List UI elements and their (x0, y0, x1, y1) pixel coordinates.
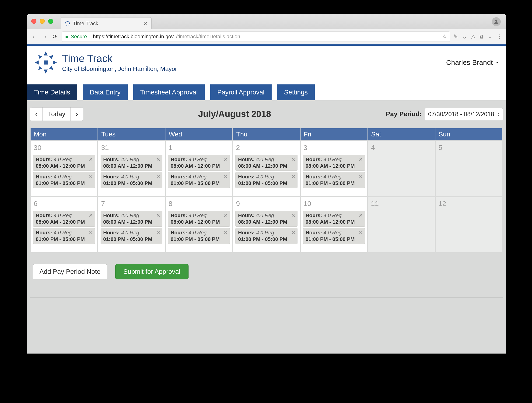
delete-entry-icon[interactable]: ✕ (291, 174, 295, 180)
calendar-day[interactable]: 31Hours: 4.0 Reg08:00 AM - 12:00 PM✕Hour… (98, 141, 165, 197)
hours-value: 4.0 Reg (189, 174, 207, 180)
time-range: 08:00 AM - 12:00 PM (103, 163, 160, 169)
hours-value: 4.0 Reg (256, 213, 274, 218)
nav-tab-settings[interactable]: Settings (277, 84, 315, 100)
calendar-day[interactable]: 11 (368, 197, 435, 253)
prev-period-button[interactable]: ‹ (30, 107, 43, 120)
close-window-icon[interactable] (31, 19, 36, 24)
bookmark-star-icon[interactable]: ☆ (442, 34, 447, 40)
add-note-button[interactable]: Add Pay Period Note (33, 264, 107, 279)
extension-icon[interactable]: ✎ (453, 33, 458, 40)
delete-entry-icon[interactable]: ✕ (89, 157, 93, 163)
forward-icon: → (41, 33, 48, 40)
lock-icon: Secure (65, 34, 87, 40)
time-entry[interactable]: Hours: 4.0 Reg01:00 PM - 05:00 PM✕ (168, 228, 230, 244)
time-entry[interactable]: Hours: 4.0 Reg08:00 AM - 12:00 PM✕ (235, 211, 297, 227)
calendar-day[interactable]: 5 (435, 141, 503, 197)
svg-marker-5 (53, 60, 57, 64)
time-entry[interactable]: Hours: 4.0 Reg08:00 AM - 12:00 PM✕ (33, 155, 95, 171)
delete-entry-icon[interactable]: ✕ (291, 230, 295, 236)
profile-icon[interactable] (492, 17, 501, 26)
time-entry[interactable]: Hours: 4.0 Reg08:00 AM - 12:00 PM✕ (101, 211, 162, 227)
calendar-grid: MonTuesWedThuFriSatSun 30Hours: 4.0 Reg0… (30, 128, 503, 253)
calendar-day[interactable]: 8Hours: 4.0 Reg08:00 AM - 12:00 PM✕Hours… (165, 197, 233, 253)
delete-entry-icon[interactable]: ✕ (156, 157, 160, 163)
back-icon[interactable]: ← (31, 33, 38, 40)
next-period-button[interactable]: › (71, 107, 83, 120)
time-entry[interactable]: Hours: 4.0 Reg01:00 PM - 05:00 PM✕ (235, 228, 297, 244)
user-menu[interactable]: Charles Brandt (446, 58, 500, 66)
hours-value: 4.0 Reg (121, 230, 139, 236)
minimize-window-icon[interactable] (40, 19, 45, 24)
maximize-window-icon[interactable] (48, 19, 53, 24)
delete-entry-icon[interactable]: ✕ (89, 174, 93, 180)
svg-marker-9 (49, 66, 53, 70)
time-entry[interactable]: Hours: 4.0 Reg08:00 AM - 12:00 PM✕ (168, 211, 230, 227)
browser-window: Time Track ✕ ← → ⟳ Secure | https://time… (27, 14, 506, 353)
calendar-day[interactable]: 6Hours: 4.0 Reg08:00 AM - 12:00 PM✕Hours… (30, 197, 98, 253)
time-entry[interactable]: Hours: 4.0 Reg08:00 AM - 12:00 PM✕ (101, 155, 162, 171)
delete-entry-icon[interactable]: ✕ (223, 213, 228, 219)
calendar-day[interactable]: 12 (435, 197, 503, 253)
delete-entry-icon[interactable]: ✕ (359, 230, 363, 236)
pay-period-select[interactable]: 07/30/2018 - 08/12/2018 ▴▾ (425, 108, 503, 120)
address-bar[interactable]: Secure | https://timetrack.bloomington.i… (62, 31, 450, 42)
day-number: 5 (437, 143, 500, 153)
delete-entry-icon[interactable]: ✕ (359, 157, 363, 163)
time-entry[interactable]: Hours: 4.0 Reg01:00 PM - 05:00 PM✕ (235, 172, 297, 188)
close-tab-icon[interactable]: ✕ (144, 20, 148, 27)
time-entry[interactable]: Hours: 4.0 Reg08:00 AM - 12:00 PM✕ (33, 211, 95, 227)
delete-entry-icon[interactable]: ✕ (156, 213, 160, 219)
hours-value: 4.0 Reg (121, 174, 139, 180)
delete-entry-icon[interactable]: ✕ (156, 230, 160, 236)
today-button[interactable]: Today (43, 107, 71, 120)
delete-entry-icon[interactable]: ✕ (156, 174, 160, 180)
chevron-down-icon[interactable]: ⌄ (488, 33, 492, 40)
hours-value: 4.0 Reg (54, 157, 72, 162)
time-entry[interactable]: Hours: 4.0 Reg08:00 AM - 12:00 PM✕ (303, 211, 365, 227)
time-entry[interactable]: Hours: 4.0 Reg01:00 PM - 05:00 PM✕ (303, 228, 365, 244)
calendar-day[interactable]: 7Hours: 4.0 Reg08:00 AM - 12:00 PM✕Hours… (98, 197, 165, 253)
hours-value: 4.0 Reg (256, 230, 274, 236)
nav-tab-timesheet-approval[interactable]: Timesheet Approval (133, 84, 205, 100)
submit-approval-button[interactable]: Submit for Approval (115, 264, 189, 279)
time-entry[interactable]: Hours: 4.0 Reg01:00 PM - 05:00 PM✕ (168, 172, 230, 188)
delete-entry-icon[interactable]: ✕ (89, 213, 93, 219)
calendar-day[interactable]: 2Hours: 4.0 Reg08:00 AM - 12:00 PM✕Hours… (233, 141, 300, 197)
nav-tab-time-details[interactable]: Time Details (27, 84, 77, 100)
calendar-day[interactable]: 4 (368, 141, 435, 197)
calendar-day[interactable]: 1Hours: 4.0 Reg08:00 AM - 12:00 PM✕Hours… (165, 141, 233, 197)
time-range: 01:00 PM - 05:00 PM (171, 180, 227, 186)
calendar-day[interactable]: 30Hours: 4.0 Reg08:00 AM - 12:00 PM✕Hour… (30, 141, 98, 197)
drive-icon[interactable]: △ (471, 33, 475, 40)
time-entry[interactable]: Hours: 4.0 Reg01:00 PM - 05:00 PM✕ (33, 228, 95, 244)
calendar-day[interactable]: 9Hours: 4.0 Reg08:00 AM - 12:00 PM✕Hours… (233, 197, 300, 253)
extension-icon-2[interactable]: ⧉ (480, 33, 483, 40)
delete-entry-icon[interactable]: ✕ (359, 174, 363, 180)
browser-tab[interactable]: Time Track ✕ (61, 17, 152, 29)
delete-entry-icon[interactable]: ✕ (223, 230, 228, 236)
menu-icon[interactable]: ⋮ (497, 33, 502, 40)
reload-icon[interactable]: ⟳ (51, 33, 58, 40)
delete-entry-icon[interactable]: ✕ (359, 213, 363, 219)
time-entry[interactable]: Hours: 4.0 Reg08:00 AM - 12:00 PM✕ (303, 155, 365, 171)
time-entry[interactable]: Hours: 4.0 Reg08:00 AM - 12:00 PM✕ (168, 155, 230, 171)
extension-icons: ✎ ⌄ △ ⧉ ⌄ ⋮ (453, 33, 502, 40)
pocket-icon[interactable]: ⌄ (462, 33, 467, 40)
time-entry[interactable]: Hours: 4.0 Reg01:00 PM - 05:00 PM✕ (33, 172, 95, 188)
time-range: 08:00 AM - 12:00 PM (238, 163, 295, 169)
nav-tab-payroll-approval[interactable]: Payroll Approval (210, 84, 271, 100)
nav-tab-data-entry[interactable]: Data Entry (83, 84, 128, 100)
time-entry[interactable]: Hours: 4.0 Reg01:00 PM - 05:00 PM✕ (101, 228, 162, 244)
calendar-day[interactable]: 3Hours: 4.0 Reg08:00 AM - 12:00 PM✕Hours… (300, 141, 368, 197)
delete-entry-icon[interactable]: ✕ (291, 157, 295, 163)
time-entry[interactable]: Hours: 4.0 Reg01:00 PM - 05:00 PM✕ (303, 172, 365, 188)
calendar-day[interactable]: 10Hours: 4.0 Reg08:00 AM - 12:00 PM✕Hour… (300, 197, 368, 253)
time-entry[interactable]: Hours: 4.0 Reg01:00 PM - 05:00 PM✕ (101, 172, 162, 188)
delete-entry-icon[interactable]: ✕ (291, 213, 295, 219)
time-entry[interactable]: Hours: 4.0 Reg08:00 AM - 12:00 PM✕ (235, 155, 297, 171)
delete-entry-icon[interactable]: ✕ (223, 174, 228, 180)
day-number: 1 (168, 143, 230, 153)
delete-entry-icon[interactable]: ✕ (223, 157, 228, 163)
delete-entry-icon[interactable]: ✕ (89, 230, 93, 236)
